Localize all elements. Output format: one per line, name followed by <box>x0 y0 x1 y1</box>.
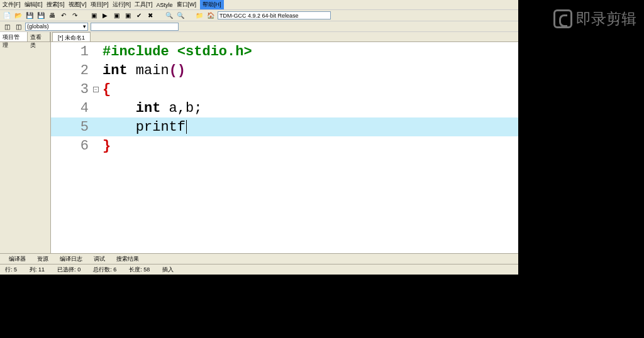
menu-file[interactable]: 文件[F] <box>3 1 21 9</box>
open-icon[interactable]: 📂 <box>14 11 23 20</box>
code-content[interactable]: printf <box>95 119 518 135</box>
save-icon[interactable]: 💾 <box>25 11 34 20</box>
file-tab[interactable]: [*] 未命名1 <box>52 32 91 41</box>
status-len: 长度: 58 <box>126 266 152 274</box>
compiler-label: TDM-GCC 4.9.2 64-bit Release <box>219 13 299 19</box>
rebuild-icon[interactable]: ▣ <box>123 11 132 20</box>
menu-edit[interactable]: 编辑[E] <box>25 1 43 9</box>
watermark-logo-icon <box>553 9 572 28</box>
menubar: 文件[F] 编辑[E] 搜索[S] 视图[V] 项目[P] 运行[R] 工具[T… <box>0 0 518 10</box>
redo-icon[interactable]: ↷ <box>70 11 79 20</box>
tab-class-view[interactable]: 查看类 <box>28 32 50 41</box>
code-content[interactable]: { <box>95 82 518 97</box>
compile-icon[interactable]: ▣ <box>89 11 98 20</box>
compile-run-icon[interactable]: ▣ <box>112 11 121 20</box>
print-icon[interactable]: 🖶 <box>48 11 57 20</box>
scope-label: (globals) <box>27 23 49 30</box>
code-line[interactable]: 6} <box>51 136 518 155</box>
code-line[interactable]: 1#include <stdio.h> <box>51 42 518 61</box>
tab-search-result[interactable]: 搜索结果 <box>110 255 139 263</box>
status-total: 总行数: 6 <box>91 266 119 274</box>
code-content[interactable]: #include <stdio.h> <box>95 44 518 60</box>
toggle2-icon[interactable]: ◫ <box>14 22 23 31</box>
find-icon[interactable]: 🔍 <box>165 11 174 20</box>
toggle-icon[interactable]: ◫ <box>3 22 11 31</box>
tab-project-manager[interactable]: 项目管理 <box>0 32 28 41</box>
code-line[interactable]: 5 printf <box>51 117 518 136</box>
new-icon[interactable]: 📄 <box>3 11 11 20</box>
goto-icon[interactable]: 🔍 <box>176 11 185 20</box>
status-mode: 插入 <box>160 266 176 274</box>
menu-run[interactable]: 运行[R] <box>113 1 131 9</box>
toolbar-main: 📄 📂 💾 💾 🖶 ↶ ↷ ▣ ▶ ▣ ▣ ✔ ✖ 🔍 🔍 📁 🏠 TDM-GC… <box>0 10 518 21</box>
stop-icon[interactable]: ✖ <box>146 11 155 20</box>
menu-project[interactable]: 项目[P] <box>91 1 109 9</box>
status-bar: 行: 5 列: 11 已选择: 0 总行数: 6 长度: 58 插入 <box>0 264 518 275</box>
menu-window[interactable]: 窗口[W] <box>177 1 197 9</box>
menu-search[interactable]: 搜索[S] <box>47 1 65 9</box>
code-content[interactable]: } <box>95 138 518 154</box>
menu-help[interactable]: 帮助[H] <box>200 0 224 9</box>
code-line[interactable]: 2int main() <box>51 61 518 80</box>
tab-resource[interactable]: 资源 <box>31 255 48 263</box>
code-line[interactable]: 3−{ <box>51 80 518 99</box>
line-number: 3− <box>51 82 95 97</box>
save-all-icon[interactable]: 💾 <box>36 11 45 20</box>
code-content[interactable]: int a,b; <box>95 101 518 116</box>
editor-wrap: [*] 未命名1 1#include <stdio.h>2int main()3… <box>51 32 518 253</box>
toolbar-secondary: ◫ ◫ (globals)▾ <box>0 21 518 32</box>
line-number: 1 <box>51 44 95 60</box>
left-panel-tabs: 项目管理 查看类 <box>0 32 50 42</box>
code-content[interactable]: int main() <box>95 63 518 79</box>
line-number: 5 <box>51 119 95 135</box>
code-editor[interactable]: 1#include <stdio.h>2int main()3−{4 int a… <box>51 42 518 253</box>
menu-astyle[interactable]: AStyle <box>157 2 173 8</box>
left-panel: 项目管理 查看类 <box>0 32 51 253</box>
main-area: 项目管理 查看类 [*] 未命名1 1#include <stdio.h>2in… <box>0 32 518 253</box>
debug-icon[interactable]: ✔ <box>135 11 143 20</box>
line-number: 2 <box>51 63 95 79</box>
compiler-select[interactable]: TDM-GCC 4.9.2 64-bit Release <box>218 11 331 19</box>
status-line: 行: 5 <box>3 266 19 274</box>
code-line[interactable]: 4 int a,b; <box>51 99 518 117</box>
watermark-text: 即录剪辑 <box>576 9 636 29</box>
status-sel: 已选择: 0 <box>55 266 83 274</box>
scope-select[interactable]: (globals)▾ <box>25 23 88 31</box>
fold-icon[interactable]: − <box>93 87 99 92</box>
watermark: 即录剪辑 <box>553 9 636 29</box>
project-icon[interactable]: 📁 <box>195 11 204 20</box>
undo-icon[interactable]: ↶ <box>59 11 68 20</box>
line-number: 6 <box>51 138 95 154</box>
file-tabs: [*] 未命名1 <box>51 32 518 42</box>
line-number: 4 <box>51 101 95 116</box>
bottom-panel-tabs: 编译器 资源 编译日志 调试 搜索结果 <box>0 253 518 264</box>
menu-tools[interactable]: 工具[T] <box>135 1 153 9</box>
symbol-select[interactable] <box>91 23 179 31</box>
ide-window: 文件[F] 编辑[E] 搜索[S] 视图[V] 项目[P] 运行[R] 工具[T… <box>0 0 518 275</box>
tab-compile-log[interactable]: 编译日志 <box>53 255 82 263</box>
run-icon[interactable]: ▶ <box>101 11 109 20</box>
status-col: 列: 11 <box>27 266 47 274</box>
home-icon[interactable]: 🏠 <box>206 11 215 20</box>
tab-compiler[interactable]: 编译器 <box>3 255 26 263</box>
menu-view[interactable]: 视图[V] <box>69 1 87 9</box>
text-caret <box>186 120 187 134</box>
tab-debug[interactable]: 调试 <box>87 255 105 263</box>
